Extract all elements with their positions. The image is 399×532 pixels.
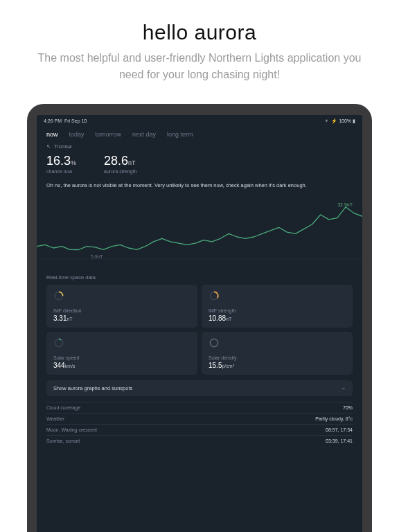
chart-low-label: 5.9nT (91, 254, 103, 259)
app-screen: 4:26 PM Fri Sep 10 ᯤ ⚡ 100% ▮ now today … (37, 115, 362, 532)
gauge-icon (209, 337, 220, 348)
show-graphs-button[interactable]: Show aurora graphs and sunspots → (46, 380, 353, 396)
tab-tomorrow[interactable]: tomorrow (96, 131, 122, 138)
card-solar-speed[interactable]: Solar speed 344km/s (46, 332, 197, 375)
svg-point-3 (55, 339, 62, 346)
tablet-frame: 4:26 PM Fri Sep 10 ᯤ ⚡ 100% ▮ now today … (27, 104, 372, 532)
gauge-icon (53, 337, 64, 348)
status-time: 4:26 PM Fri Sep 10 (44, 118, 87, 124)
chart-high-label: 32.9nT (337, 202, 353, 207)
status-bar: 4:26 PM Fri Sep 10 ᯤ ⚡ 100% ▮ (37, 115, 362, 124)
aurora-line-chart: 32.9nT 5.9nT (37, 198, 362, 265)
tab-now[interactable]: now (46, 131, 58, 138)
card-imf-strength[interactable]: IMF strength 10.88nT (202, 285, 353, 328)
arrow-right-icon: → (341, 385, 346, 391)
metrics-row: 16.3% chance now 28.6nT aurora strength (37, 151, 362, 179)
tab-long-term[interactable]: long term (167, 131, 193, 138)
location-name: Tromsø (54, 143, 72, 150)
wifi-icon: ᯤ (325, 118, 330, 123)
metric-chance-now: 16.3% chance now (46, 154, 76, 174)
row-cloud-coverage: Cloud coverage 70% (46, 402, 353, 413)
battery-icon: ⚡ (331, 118, 337, 123)
gauge-icon (209, 290, 220, 301)
meta-rows: Cloud coverage 70% Weather Partly cloudy… (37, 400, 362, 447)
battery-bar-icon: ▮ (353, 118, 355, 123)
tab-today[interactable]: today (69, 131, 85, 138)
app-title: hello aurora (35, 21, 364, 44)
metric-aurora-strength: 28.6nT aurora strength (104, 154, 136, 174)
location-arrow-icon: ↖ (46, 143, 51, 150)
svg-point-4 (210, 339, 218, 346)
tabs: now today tomorrow next day long term (37, 124, 362, 143)
tab-next-day[interactable]: next day (132, 131, 156, 138)
card-imf-direction[interactable]: IMF direction 3.31nT (46, 285, 197, 328)
space-data-cards: IMF direction 3.31nT IMF strength 10.88n… (37, 285, 362, 375)
marketing-header: hello aurora The most helpful and user-f… (0, 0, 399, 100)
row-moon: Moon, Waxing crescent 08:57, 17:34 (46, 424, 353, 435)
app-subtitle: The most helpful and user-friendly North… (35, 50, 364, 83)
card-solar-density[interactable]: Solar density 15.5p/cm³ (202, 332, 353, 375)
gauge-icon (53, 290, 64, 301)
location-row[interactable]: ↖ Tromsø (37, 143, 362, 151)
row-weather: Weather Partly cloudy, 8°c (46, 413, 353, 424)
row-sun: Sunrise, sunset 03:39, 17:41 (46, 435, 353, 446)
status-message: Oh no, the aurora is not visible at the … (37, 179, 362, 195)
section-title-realtime: Real-time space data (37, 272, 362, 285)
status-right: ᯤ ⚡ 100% ▮ (325, 118, 355, 124)
